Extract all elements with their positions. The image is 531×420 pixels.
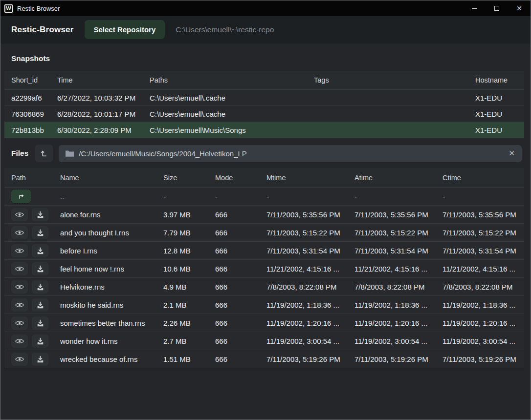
file-mode: 666 bbox=[215, 265, 266, 273]
file-ctime: 11/19/2002, 3:00:54 ... bbox=[442, 337, 524, 345]
preview-button[interactable] bbox=[11, 316, 28, 330]
clear-path-button[interactable]: ✕ bbox=[509, 149, 515, 158]
snapshot-paths: C:\Users\emuell\.cache bbox=[150, 110, 314, 118]
window-title: Restic Browser bbox=[17, 5, 60, 12]
download-icon bbox=[37, 265, 44, 273]
snapshot-row[interactable]: a2299af6 6/27/2022, 10:03:32 PM C:\Users… bbox=[4, 90, 524, 106]
file-mtime: 11/21/2002, 4:15:16 ... bbox=[266, 265, 354, 273]
main-content: Snapshots Short_id Time Paths Tags Hostn… bbox=[0, 43, 531, 420]
file-size: 1.51 MB bbox=[163, 355, 215, 363]
download-icon bbox=[37, 211, 44, 218]
snapshot-hostname: X1-EDU bbox=[475, 94, 524, 102]
snapshot-row-selected[interactable]: 72b813bb 6/30/2022, 2:28:09 PM C:\Users\… bbox=[4, 122, 524, 138]
up-level-icon bbox=[40, 149, 48, 157]
titlebar: W Restic Browser ✕ bbox=[0, 0, 531, 16]
preview-button[interactable] bbox=[11, 298, 28, 312]
app-logo-icon: W bbox=[4, 4, 13, 13]
app-title: Restic-Browser bbox=[11, 25, 74, 35]
file-mtime: 11/19/2002, 1:18:36 ... bbox=[266, 301, 354, 309]
eye-icon bbox=[15, 302, 24, 308]
preview-button[interactable] bbox=[11, 353, 28, 366]
download-button[interactable] bbox=[32, 226, 48, 239]
download-button[interactable] bbox=[32, 208, 48, 221]
eye-icon bbox=[15, 320, 24, 326]
file-size: 2.26 MB bbox=[163, 319, 215, 327]
snapshot-row[interactable]: 76306869 6/28/2022, 10:01:17 PM C:\Users… bbox=[4, 106, 524, 122]
go-parent-button[interactable] bbox=[11, 189, 31, 203]
file-atime: 11/19/2002, 1:18:36 ... bbox=[354, 301, 442, 309]
go-parent-icon bbox=[18, 193, 25, 200]
preview-button[interactable] bbox=[11, 262, 28, 275]
files-table: Path Name Size Mode Mtime Atime Ctime bbox=[0, 168, 531, 368]
file-row: feel home now !.rns 10.6 MB 666 11/21/20… bbox=[4, 260, 524, 278]
preview-button[interactable] bbox=[11, 244, 28, 257]
download-button[interactable] bbox=[32, 316, 48, 330]
preview-button[interactable] bbox=[11, 280, 28, 294]
download-button[interactable] bbox=[32, 244, 48, 257]
maximize-button[interactable] bbox=[486, 0, 508, 16]
snapshot-time: 6/28/2022, 10:01:17 PM bbox=[57, 110, 150, 118]
file-ctime: 7/11/2003, 5:19:26 PM bbox=[442, 355, 524, 363]
file-ctime: 7/11/2003, 5:15:22 PM bbox=[442, 229, 524, 237]
column-short-id: Short_id bbox=[11, 76, 57, 84]
file-ctime: 7/11/2003, 5:35:56 PM bbox=[442, 210, 524, 219]
download-icon bbox=[37, 356, 44, 363]
eye-icon bbox=[15, 266, 24, 272]
preview-button[interactable] bbox=[11, 208, 28, 221]
file-name: before I.rns bbox=[60, 247, 163, 255]
folder-icon bbox=[66, 150, 74, 157]
download-button[interactable] bbox=[32, 262, 48, 275]
minimize-button[interactable] bbox=[463, 0, 486, 16]
current-path-bar[interactable]: /C:/Users/emuell/Music/Songs/2004_Helvet… bbox=[59, 145, 522, 162]
file-row: and you thought I.rns 7.79 MB 666 7/11/2… bbox=[4, 224, 524, 242]
download-icon bbox=[37, 301, 44, 309]
file-size: 7.79 MB bbox=[163, 229, 215, 237]
file-mode: 666 bbox=[215, 319, 266, 327]
file-ctime: - bbox=[442, 192, 524, 201]
file-size: 2.1 MB bbox=[163, 301, 215, 309]
download-icon bbox=[37, 247, 44, 254]
close-button[interactable]: ✕ bbox=[508, 0, 531, 16]
file-name: wrecked because of.rns bbox=[60, 355, 163, 363]
file-ctime: 11/21/2002, 4:15:16 ... bbox=[442, 265, 524, 273]
up-level-button[interactable] bbox=[35, 145, 53, 162]
file-mtime: 7/11/2003, 5:15:22 PM bbox=[266, 229, 354, 237]
column-hostname: Hostname bbox=[475, 76, 524, 84]
file-name: moskito he said.rns bbox=[60, 301, 163, 309]
file-mtime: 7/11/2003, 5:35:56 PM bbox=[266, 210, 354, 219]
file-name: alone for.rns bbox=[60, 210, 163, 219]
clear-path-icon: ✕ bbox=[509, 149, 515, 157]
file-mode: 666 bbox=[215, 283, 266, 291]
file-atime: 7/11/2003, 5:31:54 PM bbox=[354, 247, 442, 255]
download-button[interactable] bbox=[32, 335, 48, 348]
download-button[interactable] bbox=[32, 353, 48, 366]
close-icon: ✕ bbox=[516, 4, 522, 12]
file-mode: 666 bbox=[215, 355, 266, 363]
files-heading: Files bbox=[11, 149, 28, 158]
file-row: moskito he said.rns 2.1 MB 666 11/19/200… bbox=[4, 296, 524, 314]
preview-button[interactable] bbox=[11, 335, 28, 348]
download-button[interactable] bbox=[32, 280, 48, 294]
file-mtime: 11/19/2002, 3:00:54 ... bbox=[266, 337, 354, 345]
maximize-icon bbox=[494, 6, 499, 11]
column-mtime: Mtime bbox=[266, 174, 354, 182]
eye-icon bbox=[15, 338, 24, 344]
file-atime: 11/19/2002, 3:00:54 ... bbox=[354, 337, 442, 345]
select-repository-button[interactable]: Select Repository bbox=[85, 20, 165, 39]
snapshot-paths: C:\Users\emuell\.cache bbox=[150, 94, 314, 102]
snapshots-table-header: Short_id Time Paths Tags Hostname bbox=[4, 71, 524, 90]
file-size: 12.8 MB bbox=[163, 247, 215, 255]
file-mtime: 7/11/2003, 5:31:54 PM bbox=[266, 247, 354, 255]
download-button[interactable] bbox=[32, 298, 48, 312]
file-row: wrecked because of.rns 1.51 MB 666 7/11/… bbox=[4, 350, 524, 368]
file-atime: 7/11/2003, 5:35:56 PM bbox=[354, 210, 442, 219]
file-name[interactable]: .. bbox=[60, 192, 163, 201]
snapshot-hostname: X1-EDU bbox=[475, 126, 524, 134]
window-controls: ✕ bbox=[463, 0, 531, 16]
column-path: Path bbox=[11, 174, 60, 182]
preview-button[interactable] bbox=[11, 226, 28, 239]
eye-icon bbox=[15, 230, 24, 236]
file-size: - bbox=[163, 192, 215, 201]
parent-directory-row: .. - - - - - bbox=[4, 188, 524, 206]
snapshot-hostname: X1-EDU bbox=[475, 110, 524, 118]
